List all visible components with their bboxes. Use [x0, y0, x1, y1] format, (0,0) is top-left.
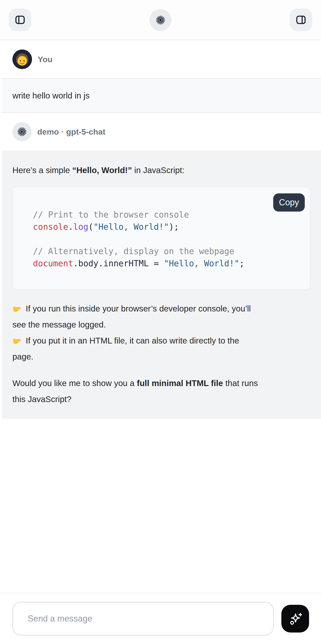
starburst-icon: [16, 126, 27, 137]
panel-right-toggle-button[interactable]: [290, 8, 312, 31]
assistant-sender-label: demo · gpt-5-chat: [37, 127, 105, 136]
copy-button[interactable]: Copy: [273, 194, 305, 212]
assistant-sender-row: demo · gpt-5-chat: [2, 113, 321, 150]
conversation-area: You write hello world in js demo · gpt-5…: [0, 40, 321, 593]
starburst-icon-slot: [155, 14, 166, 26]
assistant-avatar: [12, 122, 31, 141]
pointing-right-emoji: [12, 302, 21, 310]
sidebar-toggle-button[interactable]: [9, 8, 31, 31]
send-button[interactable]: [281, 605, 309, 632]
app-logo: [150, 9, 171, 31]
starburst-icon: [155, 14, 166, 26]
starburst-icon-slot: [16, 126, 27, 137]
top-bar: [0, 0, 321, 40]
user-message: write hello world in js: [2, 78, 321, 113]
composer-bar: [0, 593, 321, 644]
panel-right-icon: [296, 14, 307, 25]
message-input[interactable]: [12, 602, 274, 636]
user-message-text: write hello world in js: [12, 91, 90, 100]
user-sender-label: You: [38, 55, 52, 64]
assistant-tips-paragraph: If you run this inside your browser’s de…: [12, 300, 311, 364]
empty-scroll-space: [2, 419, 321, 592]
pointing-right-emoji: [12, 334, 21, 342]
sparkle-plus-icon: [287, 611, 303, 626]
assistant-followup-paragraph: Would you like me to show you a full min…: [12, 375, 311, 407]
code-block: Copy // Print to the browser console con…: [12, 187, 311, 290]
assistant-message: Here’s a simple “Hello, World!” in JavaS…: [2, 150, 321, 419]
user-sender-row: You: [2, 40, 321, 78]
assistant-intro-paragraph: Here’s a simple “Hello, World!” in JavaS…: [12, 162, 311, 178]
chat-app: You write hello world in js demo · gpt-5…: [0, 0, 321, 644]
panel-left-icon: [14, 14, 25, 25]
code-content: // Print to the browser console console.…: [13, 187, 310, 270]
person-emoji-icon: [12, 50, 32, 69]
user-avatar: [12, 50, 32, 69]
